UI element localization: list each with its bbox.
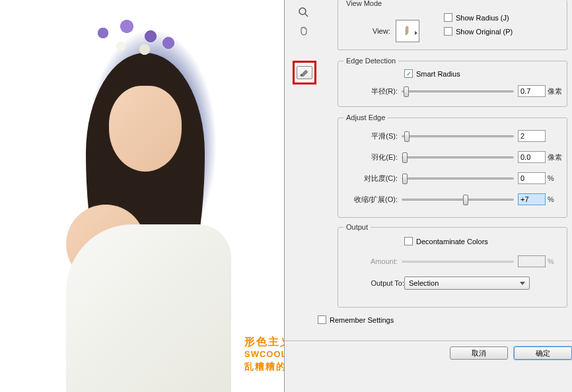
output-group: Output Decontaminate Colors Amount: % Ou… [338, 227, 567, 308]
brush-icon [299, 69, 310, 77]
view-mode-title: View Mode [343, 0, 384, 7]
feather-slider-thumb[interactable] [402, 152, 408, 163]
show-radius-checkbox-row[interactable]: Show Radius (J) [444, 13, 509, 22]
show-original-checkbox[interactable] [444, 27, 452, 36]
cancel-button[interactable]: 取消 [450, 346, 508, 360]
zoom-tool[interactable] [297, 5, 311, 20]
radius-label: 半径(R): [358, 86, 398, 96]
feather-input[interactable]: 0.0 [518, 151, 546, 163]
svg-point-0 [299, 8, 306, 15]
output-to-label: Output To: [358, 279, 404, 287]
shift-slider-thumb[interactable] [463, 195, 468, 205]
svg-line-1 [305, 14, 308, 16]
edge-detection-title: Edge Detection [343, 57, 398, 65]
view-thumbnail-icon [403, 24, 412, 38]
svg-point-2 [301, 75, 303, 77]
tool-column [297, 5, 312, 42]
show-original-checkbox-row[interactable]: Show Original (P) [444, 27, 513, 36]
shift-label: 收缩/扩展(O): [345, 195, 398, 205]
shift-input[interactable]: +7 [518, 193, 546, 205]
smart-radius-row[interactable]: Smart Radius [404, 69, 460, 78]
view-mode-group: View Mode View: Show Radius (J) Show Ori… [338, 0, 567, 50]
refine-edge-dialog: View Mode View: Show Radius (J) Show Ori… [284, 0, 572, 392]
zoom-icon [299, 7, 309, 18]
output-to-select[interactable]: Selection [404, 277, 530, 290]
subject-flowers [79, 13, 198, 79]
view-row: View: [373, 20, 419, 42]
edge-detection-group: Edge Detection Smart Radius 半径(R): 0.7 像… [338, 61, 567, 107]
amount-unit: % [548, 257, 554, 265]
remember-settings-row[interactable]: Remember Settings [318, 315, 394, 324]
remember-label: Remember Settings [330, 316, 394, 324]
smart-radius-label: Smart Radius [416, 70, 460, 78]
refine-radius-tool-highlight [293, 61, 316, 84]
refine-radius-tool[interactable] [297, 66, 312, 79]
contrast-unit: % [548, 174, 554, 182]
decontaminate-row[interactable]: Decontaminate Colors [404, 237, 488, 245]
smart-radius-checkbox[interactable] [404, 69, 413, 78]
hand-tool[interactable] [297, 24, 311, 38]
show-radius-label: Show Radius (J) [456, 14, 509, 22]
show-radius-checkbox[interactable] [444, 13, 452, 22]
contrast-slider-thumb[interactable] [402, 174, 408, 184]
amount-label: Amount: [358, 257, 398, 265]
radius-unit: 像素 [548, 86, 562, 96]
shift-slider[interactable] [402, 199, 514, 201]
ok-button[interactable]: 确定 [514, 346, 572, 360]
contrast-label: 对比度(C): [345, 174, 398, 183]
smooth-slider-thumb[interactable] [404, 131, 410, 142]
adjust-edge-title: Adjust Edge [343, 114, 388, 121]
amount-input [518, 255, 546, 267]
contrast-slider[interactable] [402, 178, 514, 180]
radius-input[interactable]: 0.7 [518, 85, 546, 97]
shift-unit: % [548, 195, 554, 203]
canvas-preview: 形色主义 SWCOOL.COM 乱糟糟的季节 [0, 0, 284, 392]
remember-checkbox[interactable] [318, 315, 326, 324]
output-to-value: Selection [409, 279, 439, 287]
hand-icon [299, 26, 309, 36]
decontaminate-checkbox[interactable] [404, 237, 413, 245]
feather-slider[interactable] [402, 156, 514, 158]
feather-unit: 像素 [548, 152, 562, 162]
decontaminate-label: Decontaminate Colors [416, 238, 488, 245]
view-label: View: [373, 27, 390, 35]
contrast-input[interactable]: 0 [518, 172, 546, 184]
radius-slider[interactable] [402, 90, 514, 92]
smooth-label: 平滑(S): [345, 131, 398, 141]
subject-face [109, 86, 182, 172]
adjust-edge-group: Adjust Edge 平滑(S): 2 羽化(E): 0.0 像素 对比度(C… [338, 117, 567, 218]
smooth-slider[interactable] [402, 135, 514, 137]
radius-slider-thumb[interactable] [404, 86, 409, 97]
amount-slider [402, 261, 514, 263]
output-title: Output [343, 223, 371, 231]
view-mode-dropdown[interactable] [396, 20, 419, 42]
dialog-buttons: 取消 确定 [285, 341, 572, 364]
subject-dress [66, 224, 231, 392]
show-original-label: Show Original (P) [456, 28, 513, 36]
feather-label: 羽化(E): [345, 152, 398, 162]
smooth-input[interactable]: 2 [518, 130, 546, 142]
